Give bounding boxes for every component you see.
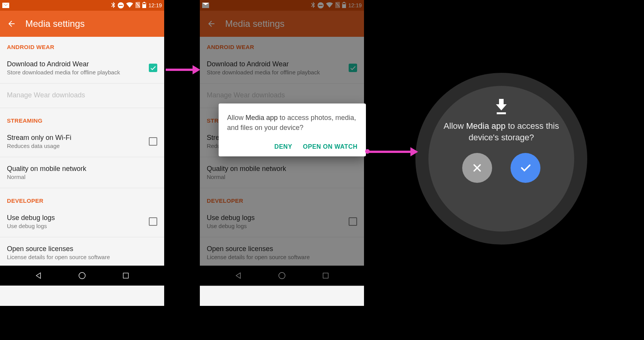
status-time: 12:19 [148, 2, 162, 8]
dialog-message: Allow Media app to access photos, media,… [227, 113, 357, 133]
dialog-app-name: Media app [245, 114, 278, 122]
nav-recents-icon[interactable] [121, 271, 131, 281]
row-subtitle: Use debug logs [7, 223, 144, 229]
permission-dialog: Allow Media app to access photos, media,… [219, 103, 366, 156]
watch-text-prefix: Allow [444, 121, 466, 131]
svg-rect-2 [123, 273, 128, 278]
checkbox-download-wear[interactable] [149, 64, 157, 72]
watch-app-name: Media app [466, 121, 506, 131]
row-oss-licenses[interactable]: Open source licenses License details for… [0, 240, 164, 266]
section-developer: DEVELOPER [0, 191, 164, 209]
flow-arrow-2 [367, 147, 418, 156]
svg-rect-0 [143, 3, 146, 4]
svg-point-1 [79, 273, 86, 279]
phone-screen-settings: 12:19 Media settings ANDROID WEAR Downlo… [0, 0, 164, 306]
page-title: Media settings [25, 18, 85, 29]
dialog-text-prefix: Allow [227, 114, 245, 122]
nav-home-icon[interactable] [77, 271, 87, 281]
divider [0, 108, 164, 108]
download-icon [494, 99, 509, 117]
gmail-icon [2, 3, 9, 8]
checkbox-stream-wifi[interactable] [149, 137, 157, 146]
watch-face: Allow Media app to access this device's … [428, 86, 574, 232]
divider [0, 157, 164, 157]
row-stream-wifi[interactable]: Stream only on Wi-Fi Reduces data usage [0, 128, 164, 154]
watch-allow-button[interactable] [511, 153, 540, 183]
nav-back-icon[interactable] [34, 271, 44, 281]
divider [0, 83, 164, 84]
bluetooth-icon [111, 2, 115, 9]
flow-arrow-1 [166, 65, 200, 74]
wear-watch-screen: Allow Media app to access this device's … [415, 73, 587, 245]
section-streaming: STREAMING [0, 110, 164, 128]
row-subtitle: Normal [7, 174, 157, 180]
deny-button[interactable]: DENY [274, 143, 292, 150]
row-subtitle: License details for open source software [7, 254, 157, 260]
section-android-wear: ANDROID WEAR [0, 37, 164, 55]
settings-list: ANDROID WEAR Download to Android Wear St… [0, 37, 164, 266]
row-title: Manage Wear downloads [7, 91, 157, 99]
status-bar: 12:19 [0, 0, 164, 11]
row-subtitle: Reduces data usage [7, 143, 144, 149]
divider [0, 188, 164, 188]
checkbox-debug[interactable] [149, 217, 157, 226]
watch-bezel: Allow Media app to access this device's … [415, 73, 587, 245]
svg-rect-6 [497, 112, 506, 114]
row-debug-logs[interactable]: Use debug logs Use debug logs [0, 209, 164, 235]
open-on-watch-button[interactable]: OPEN ON WATCH [303, 143, 357, 150]
android-nav-bar [0, 266, 164, 286]
app-bar: Media settings [0, 11, 164, 37]
watch-message: Allow Media app to access this device's … [441, 120, 561, 143]
row-title: Open source licenses [7, 245, 157, 253]
row-manage-wear[interactable]: Manage Wear downloads [0, 86, 164, 105]
row-title: Download to Android Wear [7, 60, 144, 68]
nosim-icon [135, 2, 140, 9]
row-title: Quality on mobile network [7, 165, 157, 173]
watch-deny-button[interactable] [462, 153, 492, 183]
row-subtitle: Store downloaded media for offline playb… [7, 69, 144, 76]
wifi-icon [126, 2, 133, 9]
battery-icon [142, 2, 146, 9]
back-button[interactable] [7, 19, 16, 28]
row-download-wear[interactable]: Download to Android Wear Store downloade… [0, 55, 164, 81]
row-title: Use debug logs [7, 214, 144, 222]
divider [0, 237, 164, 237]
row-quality-mobile[interactable]: Quality on mobile network Normal [0, 159, 164, 186]
dnd-icon [118, 2, 124, 8]
row-title: Stream only on Wi-Fi [7, 134, 144, 142]
